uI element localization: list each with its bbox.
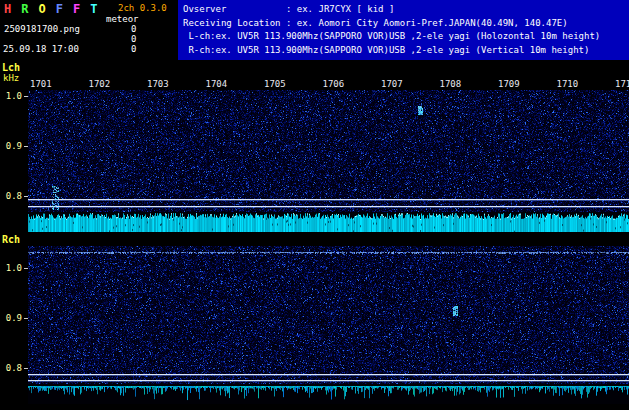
header-left: HROFFT 2ch 0.3.0 meteor 2509181700.png 0…	[0, 0, 178, 60]
freq-tick	[24, 146, 28, 147]
mode-label: meteor	[106, 14, 139, 24]
hrofft-screen: HROFFT 2ch 0.3.0 meteor 2509181700.png 0…	[0, 0, 629, 410]
observation-timestamp: 25.09.18 17:00	[3, 44, 79, 54]
logo-letter: T	[90, 2, 97, 16]
rch-config-line: R-ch:ex. UV5R 113.900Mhz(SAPPORO VOR)USB…	[183, 44, 629, 58]
logo-letter: H	[4, 2, 11, 16]
rch-level-graph	[28, 384, 629, 404]
logo-letter: O	[38, 2, 45, 16]
location-line: Receiving Location : ex. Aomori City Aom…	[183, 17, 629, 31]
lch-config-line: L-ch:ex. UV5R 113.900Mhz(SAPPORO VOR)USB…	[183, 30, 629, 44]
lch-level-graph	[28, 212, 629, 232]
header-info-panel: Ovserver : ex. JR7CYX [ kid ] Receiving …	[178, 0, 629, 60]
khz-unit-label: kHz	[3, 73, 19, 83]
time-label: 1703	[147, 79, 169, 89]
observer-line: Ovserver : ex. JR7CYX [ kid ]	[183, 3, 629, 17]
app-logo: HROFFT	[4, 2, 107, 16]
time-label: 1705	[264, 79, 286, 89]
freq-tick	[24, 96, 28, 97]
version-label: 2ch 0.3.0	[118, 3, 167, 13]
freq-label: 0.9	[0, 141, 22, 151]
freq-tick	[24, 368, 28, 369]
echo-count-3: 0	[131, 44, 136, 54]
freq-label: 0.8	[0, 363, 22, 373]
rch-label: Rch	[2, 234, 20, 245]
logo-letter: F	[73, 2, 80, 16]
time-label: 1702	[89, 79, 111, 89]
lch-label: Lch	[2, 62, 20, 73]
time-label: 1704	[206, 79, 228, 89]
freq-label: 0.9	[0, 313, 22, 323]
time-label: 1708	[440, 79, 462, 89]
time-label: 1707	[381, 79, 403, 89]
time-label: 1709	[498, 79, 520, 89]
rch-spectrogram	[28, 246, 629, 384]
freq-label: 0.8	[0, 191, 22, 201]
time-label: 1701	[30, 79, 52, 89]
lch-spectrogram	[28, 90, 629, 212]
freq-tick	[24, 318, 28, 319]
time-label: 1706	[323, 79, 345, 89]
time-axis: 1701170217031704170517061707170817091710…	[28, 79, 629, 90]
echo-count-2: 0	[131, 34, 136, 44]
time-label: 1711	[615, 79, 629, 89]
logo-letter: F	[56, 2, 63, 16]
time-label: 1710	[557, 79, 579, 89]
freq-label: 1.0	[0, 91, 22, 101]
output-filename: 2509181700.png	[4, 24, 80, 34]
freq-label: 1.0	[0, 263, 22, 273]
echo-count-1: 0	[131, 24, 136, 34]
logo-letter: R	[21, 2, 28, 16]
freq-tick	[24, 196, 28, 197]
freq-tick	[24, 268, 28, 269]
